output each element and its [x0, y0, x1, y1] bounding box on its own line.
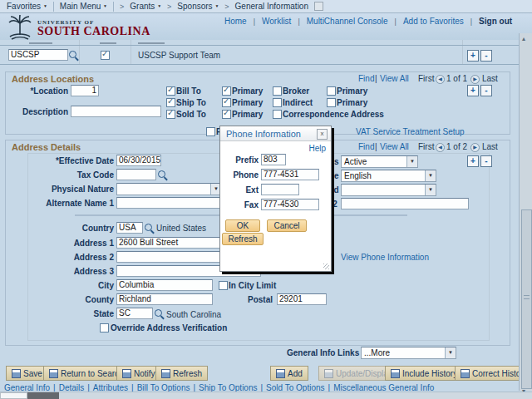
tax-code-lookup-icon[interactable] — [158, 170, 165, 178]
ok-button[interactable]: OK — [225, 219, 260, 232]
delete-row-button[interactable]: - — [480, 50, 492, 62]
horizontal-scrollbar-track-start[interactable] — [0, 392, 27, 399]
fax-field[interactable]: 777-4530 — [261, 199, 319, 210]
notify-button[interactable]: Notify — [116, 366, 161, 381]
ship-to-checkbox[interactable] — [166, 98, 175, 107]
delete-address-button[interactable]: - — [480, 155, 492, 167]
breadcrumb-main-menu[interactable]: Main Menu ▼ — [60, 2, 107, 11]
scroll-up-icon[interactable]: ▴ — [522, 35, 525, 42]
next-page-icon[interactable]: ▶ — [470, 143, 480, 152]
breadcrumb-separator: > — [224, 2, 229, 11]
breadcrumb-grants[interactable]: Grants ▼ — [130, 2, 161, 11]
indirect-checkbox[interactable] — [273, 98, 282, 107]
breadcrumb-divider — [53, 2, 54, 12]
previous-page-icon[interactable]: ◀ — [436, 75, 445, 84]
nav-add-to-favorites[interactable]: Add to Favorites — [403, 17, 464, 26]
override-address-verification-checkbox[interactable] — [100, 323, 109, 332]
phone-field[interactable]: 777-4531 — [261, 169, 319, 180]
postal-label: Postal — [233, 295, 273, 304]
ext-field[interactable] — [261, 184, 299, 195]
ship-to-primary-checkbox[interactable] — [222, 98, 231, 107]
city-field[interactable]: Columbia — [116, 279, 213, 291]
postal-field[interactable]: 29201 — [277, 293, 327, 305]
general-info-links-select[interactable]: ...More▼ — [361, 347, 456, 359]
add-address-button[interactable]: + — [467, 155, 479, 167]
delete-location-button[interactable]: - — [480, 85, 492, 96]
vat-service-treatment-setup-link[interactable]: VAT Service Treatment Setup — [356, 127, 465, 136]
sold-to-primary-checkbox[interactable] — [222, 110, 231, 119]
broker-primary-checkbox[interactable] — [327, 86, 336, 96]
general-info-links-label: General Info Links — [287, 348, 359, 357]
bill-to-primary-checkbox[interactable] — [222, 86, 231, 96]
dialog-help-link[interactable]: Help — [308, 144, 326, 153]
correspondence-address-checkbox[interactable] — [273, 110, 282, 119]
description-field[interactable] — [71, 106, 161, 117]
clipped-select[interactable]: ▼ — [341, 184, 436, 196]
add-row-button[interactable]: + — [467, 50, 479, 62]
save-icon — [12, 369, 21, 378]
next-page-icon[interactable]: ▶ — [470, 75, 480, 84]
country-lookup-icon[interactable] — [145, 224, 152, 231]
vertical-scrollbar-thumb[interactable] — [521, 209, 532, 389]
cancel-button[interactable]: Cancel — [267, 219, 307, 232]
nav-home[interactable]: Home — [224, 17, 247, 26]
view-all-link[interactable]: View All — [380, 74, 409, 83]
location-field[interactable]: 1 — [71, 85, 99, 96]
nav-sign-out[interactable]: Sign out — [479, 17, 512, 26]
previous-page-icon[interactable]: ◀ — [436, 143, 445, 152]
location-label: *Location — [25, 86, 68, 96]
indirect-primary-checkbox[interactable] — [327, 98, 336, 107]
include-history-button[interactable]: Include History — [385, 366, 463, 381]
alternate-name2-field[interactable] — [341, 198, 469, 209]
in-city-limit-label: In City Limit — [229, 281, 276, 290]
bill-to-checkbox[interactable] — [166, 86, 175, 96]
add-location-button[interactable]: + — [467, 85, 479, 96]
horizontal-scrollbar-thumb[interactable] — [27, 392, 59, 399]
chevron-down-icon: ▼ — [406, 156, 417, 167]
chevron-down-icon: ▼ — [425, 170, 436, 181]
prefix-field[interactable]: 803 — [261, 154, 286, 165]
first-label[interactable]: First — [418, 74, 434, 83]
nav-multichannel-console[interactable]: MultiChannel Console — [307, 17, 388, 26]
breadcrumb-sponsors[interactable]: Sponsors ▼ — [177, 2, 219, 11]
dialog-refresh-button[interactable]: Refresh — [222, 233, 264, 245]
in-city-limit-checkbox[interactable] — [219, 281, 228, 290]
clipped-column-header — [138, 42, 165, 44]
find-link[interactable]: Find — [358, 74, 374, 83]
breadcrumb-favorites[interactable]: Favorites ▼ — [7, 2, 47, 11]
state-field[interactable]: SC — [116, 308, 153, 319]
view-phone-information-link[interactable]: View Phone Information — [341, 253, 429, 262]
add-button[interactable]: Add — [270, 366, 308, 381]
state-lookup-icon[interactable] — [155, 309, 162, 317]
remit-checkbox[interactable] — [206, 127, 215, 136]
sponsor-default-checkbox[interactable] — [101, 51, 110, 60]
resize-grip[interactable] — [323, 264, 329, 269]
country-field[interactable]: USA — [116, 222, 143, 234]
horizontal-scrollbar[interactable] — [0, 392, 532, 399]
physical-nature-select[interactable]: ▼ — [116, 183, 222, 195]
refresh-button[interactable]: Refresh — [155, 366, 208, 381]
nav-divider: | — [395, 17, 397, 26]
sold-to-checkbox[interactable] — [166, 110, 175, 119]
view-all-link[interactable]: View All — [380, 142, 409, 151]
tax-code-field[interactable] — [116, 169, 156, 180]
nav-worklist[interactable]: Worklist — [262, 17, 291, 26]
language-select[interactable]: English▼ — [341, 170, 436, 182]
sponsor-id-field[interactable]: USCSP — [8, 49, 68, 61]
address3-label: Address 3 — [17, 267, 114, 276]
first-label[interactable]: First — [418, 142, 434, 151]
sponsor-lookup-icon[interactable] — [69, 51, 76, 58]
close-icon[interactable]: x — [317, 129, 328, 140]
broker-checkbox[interactable] — [273, 86, 282, 96]
find-link[interactable]: Find — [358, 142, 374, 151]
last-label[interactable]: Last — [482, 142, 498, 151]
last-label[interactable]: Last — [482, 74, 498, 83]
include-history-icon — [391, 369, 400, 378]
dialog-titlebar[interactable]: Phone Information x — [220, 126, 331, 141]
status-select[interactable]: Active▼ — [341, 155, 418, 168]
paging-divider: | — [375, 74, 377, 83]
grid-row-divider — [0, 64, 519, 65]
effective-date-field[interactable]: 06/30/2015 — [116, 155, 161, 166]
county-field[interactable]: Richland — [116, 293, 213, 305]
save-button[interactable]: Save — [6, 366, 48, 381]
